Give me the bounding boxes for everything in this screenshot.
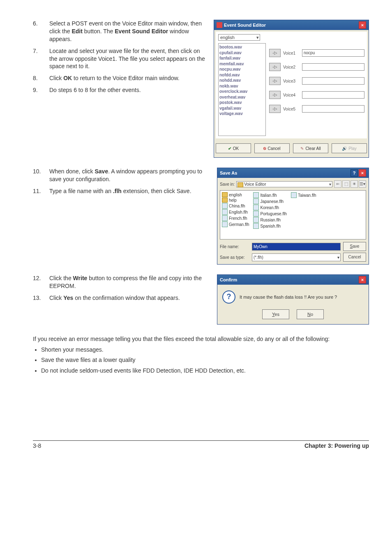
filename-label: File name: [220,244,249,249]
check-icon: ✔ [228,146,231,151]
dialog-titlebar[interactable]: Confirm × [217,275,369,285]
file-item[interactable]: Japanese.flh [253,198,287,204]
broom-icon: ✎ [300,146,304,151]
language-select[interactable]: english [218,34,260,41]
bullet-item: Do not include seldom-used events like F… [41,367,369,375]
views-icon[interactable]: ☰▾ [359,180,366,188]
file-icon [222,221,228,227]
step-6: 6. Select a POST event on the Voice Edit… [33,20,209,43]
step-9: 9. Do steps 6 to 8 for the other events. [33,86,209,94]
speaker-icon: 🔊 [342,146,347,151]
voice5-field[interactable] [302,105,364,113]
file-item[interactable]: China.flh [222,203,249,209]
file-item[interactable]: German.flh [222,221,249,227]
wav-file-list[interactable]: bootos.wav cpufail.wav fanfail.wav memfa… [218,43,266,136]
assign-arrow-icon[interactable]: -▷ [269,105,281,113]
bullet-list: Shorten your messages. Save the wave fil… [41,346,369,375]
cancel-button[interactable]: ⦸Cancel [254,143,290,153]
clear-all-button[interactable]: ✎Clear All [293,143,328,153]
yes-button[interactable]: Yes [262,309,289,319]
folder-item[interactable]: english [222,192,249,197]
file-item[interactable]: Portuguese.flh [253,211,287,216]
file-item[interactable]: Korean.flh [253,205,287,210]
voice-row-4: -▷ Voice4 [269,91,364,99]
help-icon[interactable]: ? [350,169,358,177]
file-icon [222,215,228,221]
play-button[interactable]: 🔊Play [332,143,367,153]
voice-row-1: -▷ Voice1 nocpu [269,49,364,57]
file-icon [253,198,259,204]
assign-arrow-icon[interactable]: -▷ [269,49,281,57]
close-icon[interactable]: × [359,169,366,177]
file-icon [253,211,259,216]
dialog-titlebar[interactable]: Save As ? × [217,168,369,178]
file-item[interactable]: English.flh [222,209,249,215]
page-number: 3-8 [33,442,41,449]
step-10: 10. When done, click Save. A window appe… [33,168,212,183]
bullet-item: Shorten your messages. [41,346,369,354]
close-icon[interactable]: × [359,276,366,283]
steps-list-b: 10. When done, click Save. A window appe… [33,168,212,195]
step-13: 13. Click Yes on the confirmation window… [33,294,212,302]
event-sound-editor-dialog: Event Sound Editor × english bootos.wav … [214,20,369,158]
filename-input[interactable]: MyOwn [252,243,341,251]
dialog-title: Confirm [220,277,237,282]
folder-icon [222,192,228,197]
up-icon[interactable]: ⬚ [342,180,350,188]
file-icon [291,192,297,198]
voice1-field[interactable]: nocpu [302,49,364,57]
save-as-dialog: Save As ? × Save in: Voice Editor ⇐ ⬚ ✳ … [217,168,369,265]
dialog-title: Save As [220,170,237,175]
save-in-label: Save in: [220,182,235,187]
file-item[interactable]: Italian.flh [253,192,287,198]
app-icon [217,22,222,28]
savetype-combo[interactable]: (*.flh)▾ [252,253,341,261]
file-item[interactable]: Spanish.flh [253,223,287,229]
assign-arrow-icon[interactable]: -▷ [269,63,281,71]
voice4-field[interactable] [302,91,364,99]
close-icon[interactable]: × [359,21,366,29]
step-8: 8. Click OK to return to the Voice Edito… [33,74,209,82]
file-item[interactable]: Russian.flh [253,217,287,223]
file-icon [253,205,259,210]
file-icon [222,209,228,215]
voice3-field[interactable] [302,77,364,85]
cancel-button[interactable]: Cancel [343,253,366,262]
chapter-title: Chapter 3: Powering up [304,442,369,449]
voice-row-2: -▷ Voice2 [269,63,364,71]
voice-row-3: -▷ Voice3 [269,77,364,85]
dialog-titlebar[interactable]: Event Sound Editor × [214,20,369,30]
assign-arrow-icon[interactable]: -▷ [269,77,281,85]
voice2-field[interactable] [302,63,364,71]
confirm-message: It may cause the flash data loss !! Are … [240,295,337,299]
question-icon: ? [222,290,235,304]
savetype-label: Save as type: [220,255,249,260]
file-icon [222,203,228,209]
assign-arrow-icon[interactable]: -▷ [269,91,281,99]
folder-icon [222,198,228,203]
file-icon [253,192,259,198]
no-button[interactable]: No [297,309,324,319]
steps-list-c: 12. Click the Write button to compress t… [33,274,212,302]
step-11: 11. Type a file name with an .flh extens… [33,187,212,195]
steps-list-a: 6. Select a POST event on the Voice Edit… [33,20,209,94]
folder-item[interactable]: help [222,198,249,203]
voice-row-5: -▷ Voice5 [269,105,364,113]
newfolder-icon[interactable]: ✳ [350,180,358,188]
confirm-dialog: Confirm × ? It may cause the flash data … [217,274,369,325]
save-button[interactable]: Save [343,242,366,251]
file-list-pane[interactable]: english help China.flh English.flh Frenc… [220,190,366,240]
page-footer: 3-8 Chapter 3: Powering up [33,440,369,449]
file-item[interactable]: French.flh [222,215,249,221]
cancel-icon: ⦸ [263,146,266,151]
step-7: 7. Locate and select your wave file for … [33,47,209,71]
save-in-combo[interactable]: Voice Editor [236,181,332,187]
file-icon [253,217,259,223]
dialog-title: Event Sound Editor [224,23,266,28]
bullet-item: Save the wave files at a lower quality [41,356,369,364]
file-item[interactable]: Taiwan.flh [291,192,316,198]
back-icon[interactable]: ⇐ [334,180,341,188]
step-12: 12. Click the Write button to compress t… [33,274,212,290]
error-paragraph: If you receive an error message telling … [33,335,369,343]
ok-button[interactable]: ✔OK [216,143,251,153]
